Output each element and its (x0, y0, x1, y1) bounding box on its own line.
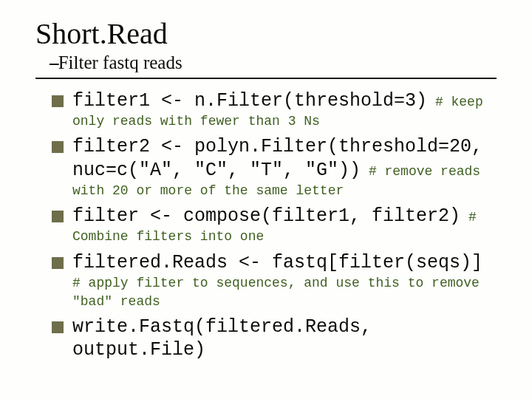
list-item: filtered.Reads <- fastq[filter(seqs)] # … (52, 251, 497, 312)
slide-subtitle: --Filter fastq reads (49, 52, 497, 73)
code-comment: Combine filters into one (72, 228, 497, 246)
list-item: write.Fastq(filtered.Reads, output.File) (52, 316, 497, 362)
bullet-icon (52, 141, 64, 153)
code-line: filtered.Reads <- fastq[filter(seqs)] (72, 252, 482, 273)
code-line-end: , (471, 136, 482, 157)
bullet-icon (52, 211, 64, 222)
code-comment: # apply filter to sequences, and use thi… (72, 274, 497, 311)
code-comment: with 20 or more of the same letter (72, 182, 497, 200)
code-line-end: ) (416, 90, 427, 112)
list-item: filter <- compose(filter1, filter2) # Co… (52, 205, 497, 246)
bullet-icon (52, 257, 64, 269)
list-item: filter1 <- n.Filter(threshold=3) # keep … (52, 89, 497, 131)
divider (35, 78, 497, 79)
bullet-icon (52, 95, 64, 107)
bullet-icon (52, 321, 64, 333)
code-comment-inline: # remove reads (361, 164, 480, 179)
code-comment: only reads with fewer than 3 Ns (72, 112, 497, 131)
code-line: write.Fastq(filtered.Reads, output.File) (72, 316, 372, 361)
code-number: 20 (449, 136, 471, 157)
code-comment-inline: # (460, 210, 477, 225)
slide-title: Short.Read (35, 16, 497, 51)
list-item: filter2 <- polyn.Filter(threshold=20, nu… (52, 135, 497, 200)
subtitle-text: Filter fastq reads (58, 52, 183, 72)
code-line: filter1 <- n.Filter(threshold= (72, 90, 405, 112)
code-line-2: nuc=c("A", "C", "T", "G")) (72, 160, 361, 181)
subtitle-dash: -- (49, 52, 58, 72)
code-line: filter <- compose(filter1, filter2) (72, 205, 460, 227)
code-comment-inline: # keep (427, 95, 483, 109)
code-line: filter2 <- polyn.Filter(threshold= (72, 136, 449, 157)
code-number: 3 (405, 90, 416, 112)
slide: Short.Read --Filter fastq reads filter1 … (0, 0, 532, 381)
